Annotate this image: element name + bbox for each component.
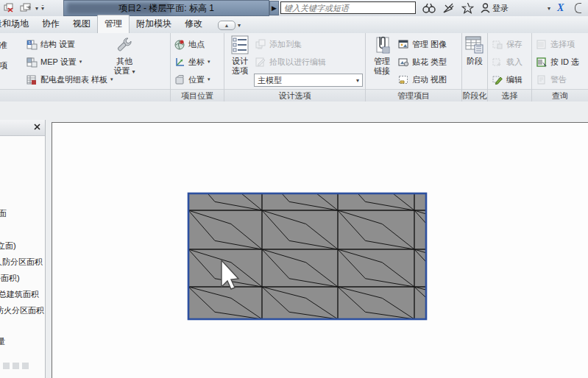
- ribbon-tab-1[interactable]: 协作: [35, 15, 66, 33]
- ribbon-button-mep-settings[interactable]: MEP 设置▾: [26, 54, 82, 69]
- ribbon-button-label: 按 ID 选: [550, 57, 579, 68]
- browser-item-2[interactable]: 人防分区面积: [0, 257, 46, 267]
- edit-selection-icon: [492, 74, 503, 85]
- switch-windows-dropdown-icon[interactable]: ▾: [35, 5, 38, 12]
- ribbon-button-panel-schedule[interactable]: 配电盘明细表 样板▾: [26, 72, 113, 87]
- ribbon-button-label: 警告: [550, 74, 567, 85]
- design-options-label-1: 设计: [232, 57, 248, 65]
- ribbon-button-site-location[interactable]: 地点: [174, 37, 205, 51]
- title-bar: ▾ ▾̄ 项目2 - 楼层平面: 标高 1 ▶ 登录 ▾: [0, 0, 588, 16]
- panel-inquiry-label[interactable]: 查询: [532, 89, 588, 101]
- ribbon-button-label: 配电盘明细表 样板: [40, 74, 107, 85]
- browser-item-0[interactable]: 面: [0, 208, 46, 218]
- model-view[interactable]: [52, 123, 588, 378]
- ribbon-button-label: 拾取以进行编辑: [269, 57, 326, 68]
- active-design-option-dropdown[interactable]: 主模型 ▾: [254, 74, 363, 87]
- ribbon-state-toggle[interactable]: ▲ ▾: [218, 21, 241, 30]
- project-browser-panel: 面立面)人防分区面积净面积)总建筑面积防火分区面积量: [0, 120, 46, 378]
- browser-item-6[interactable]: 量: [0, 336, 46, 346]
- ribbon-toggle-dropdown-icon[interactable]: ▾: [238, 22, 241, 29]
- ribbon-tab-row: 量和场地协作视图管理附加模块修改 ▲ ▾: [0, 16, 588, 33]
- browser-item-1[interactable]: 立面): [0, 240, 46, 251]
- warnings-icon: [536, 74, 548, 85]
- ribbon-button-structure-settings[interactable]: 5结构 设置: [26, 37, 75, 51]
- close-icon[interactable]: [32, 121, 43, 132]
- ribbon-button-decal-types[interactable]: 贴花 类型: [398, 54, 447, 69]
- panel-project-location-label[interactable]: 项目位置: [171, 89, 224, 101]
- phases-button[interactable]: 阶段: [464, 35, 486, 65]
- help-icon-cut[interactable]: [575, 3, 581, 13]
- ribbon-button-starting-view[interactable]: 启动 视图: [398, 72, 447, 87]
- ribbon-tab-0[interactable]: 量和场地: [0, 15, 35, 33]
- cut-ribbon-button-1[interactable]: 用项: [0, 58, 22, 73]
- design-options-icon: [230, 35, 249, 56]
- ribbon-button-add-to-set: 添加到集: [255, 37, 302, 51]
- design-option-dropdown-icon: ▾: [356, 77, 359, 84]
- select-items-icon: [536, 39, 548, 50]
- minimize-ribbon-icon[interactable]: ▲: [218, 21, 235, 30]
- panel-inquiry: 选择项按 ID 选警告 查询: [532, 33, 588, 101]
- position-icon: [174, 74, 185, 85]
- panel-phasing-label[interactable]: 阶段化: [462, 89, 487, 101]
- settings-cut-column: 标准用项: [0, 33, 22, 76]
- ribbon-button-label: 位置: [188, 74, 205, 85]
- main-area: 面立面)人防分区面积净面积)总建筑面积防火分区面积量: [0, 101, 588, 378]
- switch-windows-icon[interactable]: [19, 2, 32, 14]
- curtain-panel-grid[interactable]: [188, 171, 490, 319]
- ribbon-button-label: 地点: [188, 39, 205, 50]
- dropdown-arrow-icon: ▾: [208, 59, 210, 65]
- cut-ribbon-label: 标准: [0, 40, 7, 51]
- browser-item-3[interactable]: 净面积): [0, 273, 46, 283]
- window-title-area: 项目2 - 楼层平面: 标高 1: [63, 0, 269, 16]
- dropdown-arrow-icon: ▾: [79, 59, 82, 65]
- panel-manage-project-label[interactable]: 管理项目: [366, 89, 461, 101]
- ribbon-manage-tab-content: 标准用项 5结构 设置MEP 设置▾配电盘明细表 样板▾ 其他 设置 ▾ 地点坐…: [0, 33, 588, 102]
- manage-links-icon: [372, 35, 392, 56]
- ribbon-button-load-selection: 载入: [492, 54, 523, 69]
- project-browser-header[interactable]: [0, 120, 45, 136]
- browser-item-5[interactable]: 防火分区面积: [0, 305, 46, 315]
- ribbon-button-position[interactable]: 位置▾: [174, 72, 210, 87]
- drawing-area[interactable]: [52, 122, 588, 378]
- panel-design-options-label[interactable]: 设计选项: [224, 89, 365, 101]
- ribbon-button-manage-images[interactable]: 管理 图像: [398, 37, 447, 51]
- browser-item-4[interactable]: 总建筑面积: [0, 289, 46, 299]
- browser-item-label: 面: [0, 209, 7, 218]
- panel-selection-label[interactable]: 选择: [488, 89, 531, 101]
- pick-to-edit-icon: [255, 57, 266, 68]
- ribbon-tab-4[interactable]: 附加模块: [130, 15, 178, 33]
- design-options-button[interactable]: 设计 选项: [227, 35, 252, 75]
- panel-design-options: 设计 选项 添加到集拾取以进行编辑 主模型 ▾ 设计选项: [224, 33, 366, 101]
- sign-in-label[interactable]: 登录: [492, 3, 509, 14]
- cut-ribbon-button-0[interactable]: 标准: [0, 38, 22, 52]
- close-hidden-windows-icon[interactable]: [3, 2, 16, 14]
- communication-center-icon[interactable]: [442, 3, 455, 14]
- other-settings-button[interactable]: 其他 设置 ▾: [109, 35, 140, 76]
- ribbon-tab-3[interactable]: 管理: [97, 15, 130, 33]
- panel-selection: 保存载入编辑 选择: [488, 33, 532, 101]
- customize-qat-dropdown-icon[interactable]: ▾̄: [41, 5, 44, 12]
- sign-in[interactable]: 登录: [481, 3, 509, 14]
- ribbon-button-pick-to-edit: 拾取以进行编辑: [255, 54, 326, 69]
- panel-project-location: 地点坐标▾位置▾ 项目位置: [171, 33, 224, 101]
- browser-item-label: 立面): [0, 241, 16, 250]
- search-input[interactable]: [280, 1, 416, 14]
- wrench-icon: [115, 35, 134, 56]
- ribbon-button-edit-selection[interactable]: 编辑: [492, 72, 523, 87]
- browser-footer-icons: [3, 363, 29, 369]
- exchange-apps-icon[interactable]: X: [557, 2, 564, 14]
- ribbon-button-coordinates[interactable]: 坐标▾: [174, 54, 210, 69]
- ribbon-tab-5[interactable]: 修改: [178, 15, 209, 33]
- search-binoculars-icon[interactable]: [422, 3, 436, 14]
- recent-documents-arrow-icon[interactable]: ▶: [269, 1, 279, 15]
- ribbon-button-label: 选择项: [550, 39, 575, 50]
- ribbon-button-select-by-id[interactable]: 按 ID 选: [536, 54, 588, 69]
- favorites-star-icon[interactable]: [461, 2, 474, 14]
- manage-links-button[interactable]: 管理 链接: [369, 35, 395, 75]
- ribbon-tab-2[interactable]: 视图: [66, 15, 97, 33]
- ribbon-button-label: 保存: [506, 39, 523, 50]
- sign-in-dropdown-icon[interactable]: ▾: [548, 5, 550, 12]
- save-selection-icon: [492, 39, 503, 50]
- browser-item-label: 人防分区面积: [0, 257, 43, 266]
- structure-settings-icon: 5: [26, 39, 38, 50]
